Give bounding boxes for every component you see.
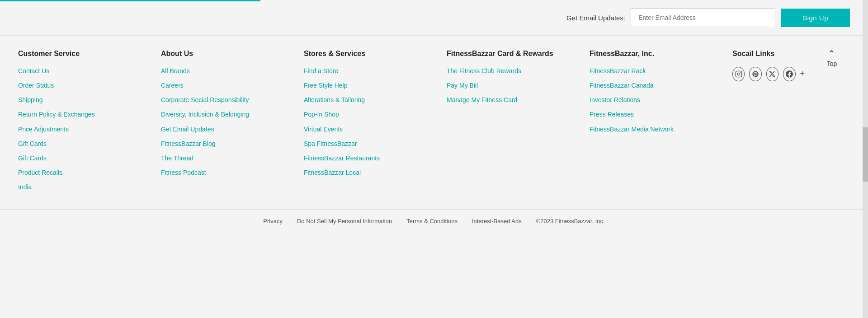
email-signup-bar: Get Email Updates: Sign Up [0, 0, 868, 36]
fitnessbazzar-inc-heading: FitnessBazzar, Inc. [590, 49, 723, 59]
scrollbar[interactable] [863, 0, 868, 233]
pinterest-icon[interactable] [749, 67, 761, 81]
csr-link[interactable]: Corporate Social Responsibility [161, 96, 249, 103]
investor-relations-link[interactable]: Investor Relations [590, 96, 640, 103]
get-email-updates-link[interactable]: Get Email Updates [161, 126, 214, 133]
list-item: Investor Relations [590, 96, 723, 104]
list-item: India [18, 183, 152, 191]
list-item: Shipping [18, 96, 152, 104]
careers-link[interactable]: Careers [161, 82, 184, 89]
svg-rect-0 [736, 71, 741, 77]
list-item: FitnessBazzar Blog [161, 140, 295, 148]
list-item: Free Style Help [304, 81, 438, 89]
do-not-sell-link[interactable]: Do Not Sell My Personal Information [297, 218, 392, 224]
back-to-top-button[interactable]: ⌃ Top [827, 49, 837, 67]
privacy-link[interactable]: Privacy [263, 218, 283, 224]
product-recalls-link[interactable]: Product Recalls [18, 169, 62, 176]
list-item: Contact Us [18, 67, 152, 75]
india-link[interactable]: India [18, 183, 32, 191]
gift-cards-link-1[interactable]: Gift Cards [18, 140, 47, 147]
copyright-text: ©2023 FitnessBazzar, Inc. [536, 218, 605, 224]
canada-link[interactable]: FitnessBazzar Canada [590, 82, 654, 89]
footer-bottom: Privacy Do Not Sell My Personal Informat… [0, 209, 868, 233]
list-item: FitnessBazzar Local [304, 168, 438, 177]
list-item: Gift Cards [18, 154, 152, 162]
contact-us-link[interactable]: Contact Us [18, 67, 49, 75]
list-item: Get Email Updates [161, 125, 295, 133]
signup-button[interactable]: Sign Up [781, 9, 850, 27]
progress-bar [0, 0, 260, 1]
gift-cards-link-2[interactable]: Gift Cards [18, 154, 47, 162]
restaurants-link[interactable]: FitnessBazzar Restaurants [304, 154, 380, 162]
footer-col-customer-service: Customer Service Contact Us Order Status… [18, 49, 161, 191]
all-brands-link[interactable]: All Brands [161, 67, 190, 75]
about-us-links: All Brands Careers Corporate Social Resp… [161, 67, 295, 177]
card-rewards-heading: FitnessBazzar Card & Rewards [447, 49, 580, 59]
list-item: Spa FitnessBazzar [304, 140, 438, 148]
diversity-link[interactable]: Diversity, Inclusion & Belonging [161, 111, 249, 118]
svg-point-2 [740, 72, 741, 72]
shipping-link[interactable]: Shipping [18, 96, 43, 103]
list-item: Product Recalls [18, 168, 152, 177]
find-store-link[interactable]: Find a Store [304, 67, 338, 75]
top-button-label: Top [827, 60, 837, 67]
list-item: FitnessBazzar Rack [590, 67, 723, 75]
email-input[interactable] [631, 8, 775, 27]
media-network-link[interactable]: FitnessBazzar Media Network [590, 126, 674, 133]
chevron-up-icon: ⌃ [828, 49, 835, 58]
spa-link[interactable]: Spa FitnessBazzar [304, 140, 357, 147]
email-updates-label: Get Email Updates: [566, 14, 625, 22]
local-link[interactable]: FitnessBazzar Local [304, 169, 361, 176]
about-us-heading: About Us [161, 49, 295, 59]
fitnessbazzar-inc-links: FitnessBazzar Rack FitnessBazzar Canada … [590, 67, 723, 133]
manage-fitness-card-link[interactable]: Manage My Fitness Card [447, 96, 517, 103]
list-item: FitnessBazzar Media Network [590, 125, 723, 133]
stores-services-heading: Stores & Services [304, 49, 438, 59]
footer-col-fitnessbazzar-inc: FitnessBazzar, Inc. FitnessBazzar Rack F… [590, 49, 732, 191]
twitter-icon[interactable] [766, 67, 778, 81]
order-status-link[interactable]: Order Status [18, 82, 54, 89]
terms-link[interactable]: Terms & Conditions [406, 218, 458, 224]
footer-columns: Customer Service Contact Us Order Status… [18, 49, 850, 191]
blog-link[interactable]: FitnessBazzar Blog [161, 140, 216, 147]
list-item: Diversity, Inclusion & Belonging [161, 110, 295, 118]
list-item: Careers [161, 81, 295, 89]
list-item: Pop-In Shop [304, 110, 438, 118]
list-item: The Thread [161, 154, 295, 162]
facebook-icon[interactable] [783, 67, 795, 81]
list-item: FitnessBazzar Restaurants [304, 154, 438, 162]
thread-link[interactable]: The Thread [161, 154, 193, 162]
footer-col-social: Socail Links [732, 49, 814, 191]
price-adjustments-link[interactable]: Price Adjustments [18, 126, 69, 133]
footer-col-stores-services: Stores & Services Find a Store Free Styl… [304, 49, 447, 191]
list-item: Gift Cards [18, 140, 152, 148]
more-social-icon[interactable]: + [800, 69, 805, 79]
alterations-link[interactable]: Alterations & Tailoring [304, 96, 365, 103]
footer-col-card-rewards: FitnessBazzar Card & Rewards The Fitness… [447, 49, 590, 191]
social-links-heading: Socail Links [732, 49, 805, 59]
list-item: Press Releases [590, 110, 723, 118]
footer-main: Customer Service Contact Us Order Status… [0, 36, 868, 209]
pop-in-shop-link[interactable]: Pop-In Shop [304, 111, 339, 118]
rack-link[interactable]: FitnessBazzar Rack [590, 67, 646, 75]
list-item: The Fitness Club Rewards [447, 67, 580, 75]
svg-point-1 [737, 73, 740, 75]
pay-my-bill-link[interactable]: Pay My Bill [447, 82, 478, 89]
return-policy-link[interactable]: Return Policy & Exchanges [18, 111, 95, 118]
free-style-help-link[interactable]: Free Style Help [304, 82, 347, 89]
podcast-link[interactable]: Fitness Podcast [161, 169, 206, 176]
virtual-events-link[interactable]: Virtual Events [304, 126, 343, 133]
customer-service-heading: Customer Service [18, 49, 152, 59]
card-rewards-links: The Fitness Club Rewards Pay My Bill Man… [447, 67, 580, 104]
list-item: Virtual Events [304, 125, 438, 133]
fitness-club-rewards-link[interactable]: The Fitness Club Rewards [447, 67, 521, 75]
list-item: Order Status [18, 81, 152, 89]
list-item: Return Policy & Exchanges [18, 110, 152, 118]
stores-services-links: Find a Store Free Style Help Alterations… [304, 67, 438, 177]
social-icons-container: + [732, 67, 805, 81]
instagram-icon[interactable] [732, 67, 745, 81]
list-item: Price Adjustments [18, 125, 152, 133]
interest-based-ads-link[interactable]: Interest-Based Ads [472, 218, 522, 224]
scrollbar-thumb[interactable] [863, 127, 868, 182]
press-releases-link[interactable]: Press Releases [590, 111, 634, 118]
